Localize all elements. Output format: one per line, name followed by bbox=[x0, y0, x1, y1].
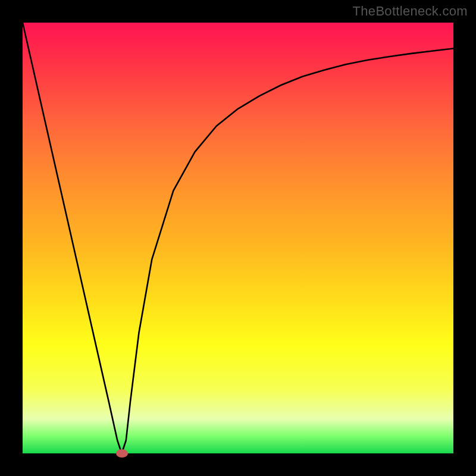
curve-path bbox=[23, 23, 453, 453]
plot-area bbox=[23, 23, 453, 453]
watermark-text: TheBottleneck.com bbox=[353, 4, 468, 19]
chart-frame: TheBottleneck.com bbox=[0, 0, 476, 476]
minimum-marker bbox=[116, 449, 128, 458]
curve-svg bbox=[23, 23, 453, 453]
